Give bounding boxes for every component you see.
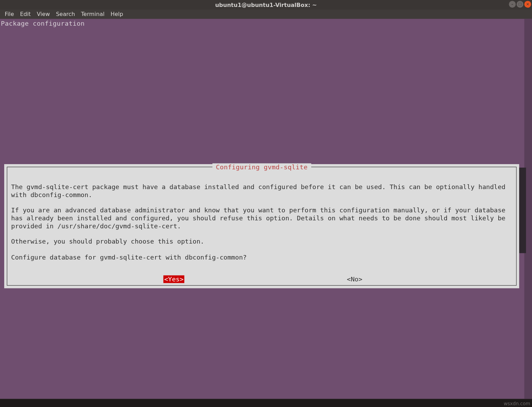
minimize-button[interactable]: – (509, 1, 516, 8)
menu-search[interactable]: Search (53, 9, 78, 19)
close-button[interactable]: ✕ (524, 1, 531, 8)
minimize-icon: – (512, 2, 514, 6)
dialog-title: Configuring gvmd-sqlite (212, 163, 311, 171)
dialog-text-4: Configure database for gvmd-sqlite-cert … (11, 254, 247, 261)
footer-bar: wsxdn.com (0, 399, 532, 407)
dialog-text-2: If you are an advanced database administ… (11, 206, 509, 230)
menu-edit[interactable]: Edit (17, 9, 34, 19)
dialog-buttons: <Yes> <No> (9, 275, 514, 283)
window-controls: – ☐ ✕ (509, 1, 531, 8)
no-button[interactable]: <No> (347, 275, 363, 283)
debconf-dialog: Configuring gvmd-sqlite The gvmd-sqlite-… (4, 164, 519, 288)
yes-button[interactable]: <Yes> (163, 275, 185, 283)
dialog-text-3: Otherwise, you should probably choose th… (11, 238, 204, 246)
terminal-viewport[interactable]: Package configuration Configuring gvmd-s… (0, 19, 532, 399)
menubar: File Edit View Search Terminal Help (0, 9, 532, 19)
close-icon: ✕ (526, 2, 529, 6)
window-title: ubuntu1@ubuntu1-VirtualBox: ~ (215, 1, 317, 8)
menu-file[interactable]: File (2, 9, 17, 19)
dialog-body: The gvmd-sqlite-cert package must have a… (9, 168, 514, 271)
dialog-text-1: The gvmd-sqlite-cert package must have a… (11, 183, 509, 199)
window-titlebar: ubuntu1@ubuntu1-VirtualBox: ~ – ☐ ✕ (0, 0, 532, 9)
menu-help[interactable]: Help (108, 9, 126, 19)
menu-terminal[interactable]: Terminal (78, 9, 108, 19)
maximize-icon: ☐ (518, 2, 522, 6)
maximize-button[interactable]: ☐ (517, 1, 524, 8)
terminal-header-line: Package configuration (0, 19, 532, 27)
watermark-text: wsxdn.com (504, 401, 530, 407)
menu-view[interactable]: View (34, 9, 53, 19)
